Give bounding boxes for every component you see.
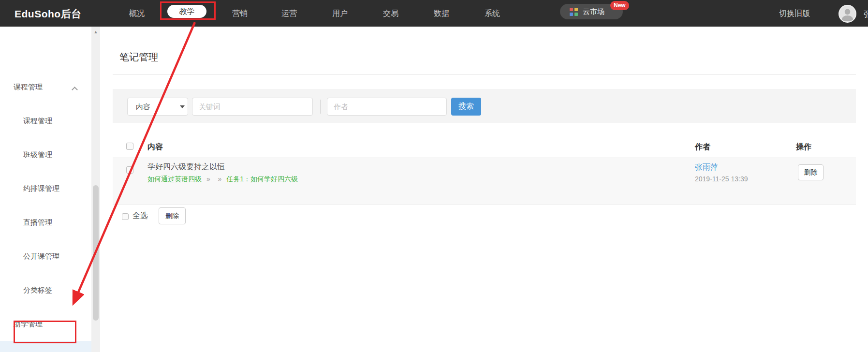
keyword-input[interactable]	[192, 98, 313, 116]
user-avatar[interactable]	[839, 5, 856, 23]
task-link[interactable]: 任务1：如何学好四六级	[226, 175, 298, 183]
column-header-author: 作者	[695, 142, 710, 152]
row-delete-button[interactable]: 删除	[798, 164, 824, 180]
switch-old-version-link[interactable]: 切换旧版	[779, 9, 810, 19]
row-checkbox[interactable]	[126, 166, 133, 174]
app-grid-icon	[570, 8, 578, 16]
note-breadcrumb: 如何通过英语四级 » » 任务1：如何学好四六级	[147, 175, 298, 184]
nav-item-data[interactable]: 数据	[434, 9, 449, 19]
nav-item-users[interactable]: 用户	[332, 9, 348, 19]
nav-item-system[interactable]: 系统	[485, 9, 500, 19]
sidebar-item-category-tags[interactable]: 分类标签	[0, 283, 91, 297]
sidebar-item-open-course-management[interactable]: 公开课管理	[0, 249, 91, 263]
column-header-actions: 操作	[796, 142, 811, 152]
sidebar-item-course-management[interactable]: 课程管理	[0, 114, 91, 128]
breadcrumb-separator: »	[218, 175, 222, 183]
sidebar-item-study-aid-group[interactable]: 助学管理	[0, 317, 91, 331]
note-timestamp: 2019-11-25 13:39	[695, 175, 748, 183]
note-title: 学好四六级要持之以恒	[147, 162, 225, 172]
user-name-truncated: 张	[864, 9, 868, 20]
select-all-header-checkbox[interactable]	[126, 143, 133, 150]
author-link[interactable]: 张雨萍	[695, 162, 718, 173]
select-caret-icon	[180, 105, 185, 108]
app-logo[interactable]: EduSoho后台	[15, 7, 82, 21]
topbar: EduSoho后台 概况 教学 营销 运营 用户 交易 数据 系统 云市场 Ne…	[0, 0, 868, 27]
nav-item-operation[interactable]: 运营	[281, 9, 297, 19]
filter-divider	[320, 100, 321, 114]
breadcrumb-separator: »	[206, 175, 210, 183]
scrollbar-up-arrow-icon[interactable]: ▲	[91, 28, 100, 36]
column-header-content: 内容	[147, 142, 163, 152]
page-title: 笔记管理	[119, 51, 158, 64]
sidebar: 课程管理 课程管理 班级管理 约排课管理 直播管理 公开课管理 分类标签 助学管…	[0, 27, 91, 352]
sidebar-item-class-management[interactable]: 班级管理	[0, 148, 91, 161]
nav-item-teaching[interactable]: 教学	[167, 5, 206, 18]
course-link[interactable]: 如何通过英语四级	[147, 175, 202, 183]
author-input[interactable]	[327, 98, 447, 116]
sidebar-scrollbar-thumb[interactable]	[93, 185, 99, 321]
sidebar-item-scheduled-course-management[interactable]: 约排课管理	[0, 182, 91, 195]
cloud-market-label: 云市场	[583, 7, 604, 16]
filter-type-select[interactable]: 内容	[127, 98, 188, 116]
select-all-checkbox[interactable]	[122, 213, 129, 220]
person-icon	[839, 6, 855, 22]
bulk-delete-button[interactable]: 删除	[159, 207, 186, 224]
title-divider	[113, 74, 856, 75]
nav-item-overview[interactable]: 概况	[129, 9, 145, 19]
search-button[interactable]: 搜索	[451, 98, 481, 116]
sidebar-item-course-management-group[interactable]: 课程管理	[0, 80, 91, 94]
select-all-label: 全选	[132, 211, 148, 221]
sidebar-item-live-management[interactable]: 直播管理	[0, 216, 91, 229]
nav-item-marketing[interactable]: 营销	[232, 9, 248, 19]
nav-item-trade[interactable]: 交易	[383, 9, 398, 19]
app-window: EduSoho后台 概况 教学 营销 运营 用户 交易 数据 系统 云市场 Ne…	[0, 0, 868, 352]
sidebar-active-row-highlight	[0, 341, 91, 352]
new-badge: New	[610, 1, 629, 10]
